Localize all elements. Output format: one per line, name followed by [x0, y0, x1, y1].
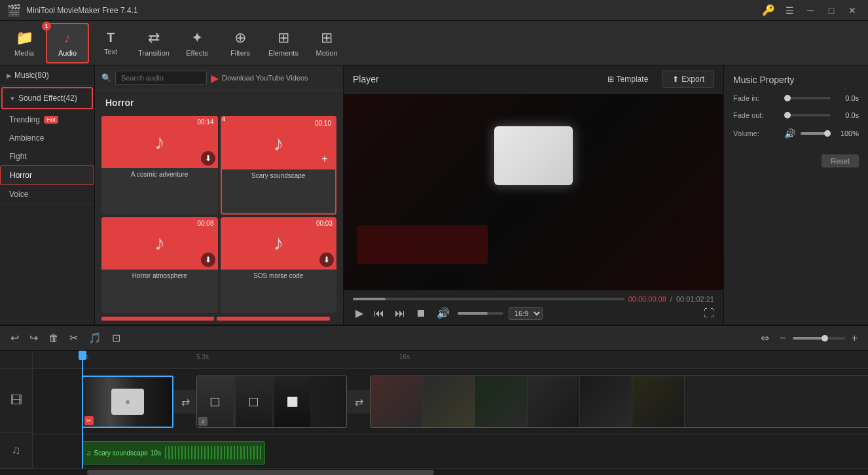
fullscreen-button[interactable]: ⛶: [704, 308, 714, 319]
scary-add-btn[interactable]: +: [317, 151, 333, 167]
maximize-button[interactable]: □: [822, 4, 841, 17]
sidebar-item-ambience[interactable]: Ambience: [0, 129, 94, 147]
reset-button[interactable]: Reset: [822, 154, 859, 167]
audio-card-sos[interactable]: ♪ 00:03 ⬇ SOS morse code: [221, 217, 337, 313]
volume-button[interactable]: 🔊: [434, 306, 452, 321]
redo-button[interactable]: ↪: [26, 329, 42, 347]
timeline-tools-left: ↩ ↪ 🗑 ✂ 🎵 ⊡: [7, 329, 124, 347]
music-section-header[interactable]: ▶ Music(80): [0, 65, 94, 85]
yt-download-btn[interactable]: ▶ Download YouTube Videos: [211, 72, 308, 84]
effects-button[interactable]: ✦ Effects: [175, 23, 219, 63]
fade-out-row: Fade out: 0.0s: [733, 111, 859, 119]
timeline-scrollbar[interactable]: [0, 468, 868, 475]
sidebar-item-trending[interactable]: Trending Hot: [0, 111, 94, 129]
search-input[interactable]: [115, 71, 207, 85]
clip3-f2: [423, 376, 475, 428]
text-button[interactable]: T Text: [89, 23, 132, 63]
cosmic-download-btn[interactable]: ⬇: [201, 151, 215, 166]
audio-card-cosmic[interactable]: ♪ 00:14 ⬇ A cosmic adventure: [101, 116, 218, 215]
elements-button[interactable]: ⊞ Elements: [262, 23, 305, 63]
total-time: 00:01:02:21: [676, 295, 714, 303]
zoom-out-button[interactable]: −: [776, 330, 789, 347]
fit-timeline-button[interactable]: ⇔: [757, 329, 773, 347]
template-label: Template: [617, 75, 649, 84]
delete-button[interactable]: 🗑: [45, 329, 63, 347]
close-button[interactable]: ✕: [843, 4, 861, 17]
yt-download-label: Download YouTube Videos: [222, 74, 308, 82]
play-button[interactable]: ▶: [353, 306, 366, 321]
titlebar-left: 🎬 MiniTool MovieMaker Free 7.4.1: [7, 3, 138, 18]
audio-track-icon: ♫: [12, 444, 21, 457]
template-button[interactable]: ⊞ Template: [598, 71, 658, 88]
zoom-in-button[interactable]: +: [848, 330, 861, 347]
filters-icon: ⊕: [234, 29, 246, 46]
audio-card-thumb-scary: ♪ 00:10 +: [222, 117, 336, 169]
clip1-thumb: ▪: [83, 377, 172, 427]
audio-split-button[interactable]: 🎵: [84, 329, 105, 347]
crop-button[interactable]: ⊡: [108, 329, 124, 347]
scary-label: Scary soundscape: [222, 169, 336, 182]
filters-tool-wrap: ⊕ Filters: [219, 23, 262, 63]
sidebar-item-horror[interactable]: Horror: [0, 166, 94, 185]
main-area: ▶ Music(80) ▼ Sound Effect(42) Trending …: [0, 65, 868, 325]
stop-button[interactable]: ⏹: [413, 306, 429, 321]
audio-label: Audio: [58, 49, 77, 57]
undo-button[interactable]: ↩: [7, 329, 23, 347]
audio-tool-wrap: ♪ Audio 1: [46, 23, 89, 63]
video-clip-1[interactable]: ▪ ✂: [82, 376, 173, 428]
filters-button[interactable]: ⊕ Filters: [219, 23, 262, 63]
playhead-top: [79, 351, 86, 360]
audio-card-horror-atm[interactable]: ♪ 00:08 ⬇ Horror atmosphere: [101, 217, 218, 313]
sos-download-btn[interactable]: ⬇: [319, 253, 334, 267]
cut-button[interactable]: ✂: [65, 329, 82, 347]
fade-out-thumb: [784, 112, 791, 118]
timeline: 🎞 ♫ 0s 5.3s 16s ▪: [0, 351, 868, 468]
audio-clip-scary[interactable]: ♫ Scary soundscape 10s: [82, 441, 265, 465]
titlebar: 🎬 MiniTool MovieMaker Free 7.4.1 🔑 ☰ ─ □…: [0, 0, 868, 21]
timeline-tools-right: ⇔ − +: [757, 329, 861, 347]
fade-in-slider[interactable]: [784, 97, 831, 99]
video-clip-2[interactable]: □ □ ⬜ ♪: [196, 376, 347, 428]
transition-button[interactable]: ⇄ Transition: [132, 23, 175, 63]
volume-fill: [458, 312, 488, 315]
fade-out-slider[interactable]: [784, 114, 831, 116]
volume-bar[interactable]: [458, 312, 503, 315]
zoom-slider[interactable]: [793, 337, 845, 340]
sidebar-item-fight[interactable]: Fight: [0, 147, 94, 166]
music-section-label: Music(80): [14, 71, 49, 80]
zoom-thumb: [822, 335, 828, 342]
menu-button[interactable]: ☰: [780, 4, 799, 17]
motion-button[interactable]: ⊞ Motion: [305, 23, 348, 63]
aspect-ratio-select[interactable]: 16:9 9:16 1:1: [509, 307, 543, 320]
export-button[interactable]: ⬆ Export: [662, 71, 714, 88]
media-button[interactable]: 📁 Media: [3, 23, 46, 63]
sound-effect-section-header[interactable]: ▼ Sound Effect(42): [1, 87, 93, 109]
export-label: Export: [681, 75, 704, 84]
music-icon: ♪: [154, 130, 165, 154]
audio-button[interactable]: ♪ Audio: [46, 23, 89, 63]
progress-bar[interactable]: [353, 298, 624, 300]
video-clip-3[interactable]: [370, 376, 868, 428]
volume-slider[interactable]: [801, 132, 831, 135]
timeline-area: ↩ ↪ 🗑 ✂ 🎵 ⊡ ⇔ − + 🎞 ♫: [0, 325, 868, 475]
clip3-frames: [371, 376, 685, 427]
audio-track-row: ♫ Scary soundscape 10s: [33, 434, 868, 468]
minimize-button[interactable]: ─: [801, 4, 820, 17]
prev-frame-button[interactable]: ⏮: [371, 306, 387, 321]
partial-waveform-2: [217, 317, 329, 321]
ambience-label: Ambience: [9, 133, 44, 143]
clip3-f4: [528, 376, 580, 428]
hot-badge: Hot: [44, 116, 58, 124]
transition-btn-1[interactable]: ⇄: [173, 390, 197, 413]
sidebar-item-voice[interactable]: Voice: [0, 185, 94, 203]
player-screen: ‹: [344, 94, 723, 290]
clip1-thumb-inner: ▪: [111, 389, 144, 415]
sos-label: SOS morse code: [221, 270, 337, 282]
next-frame-button[interactable]: ⏭: [392, 306, 408, 321]
horror-atm-download-btn[interactable]: ⬇: [201, 253, 215, 267]
transition-btn-2[interactable]: ⇄: [347, 390, 371, 413]
volume-row: Volume: 🔊 100%: [733, 128, 859, 139]
player-controls: 00:00:00:08 / 00:01:02:21 ▶ ⏮ ⏭ ⏹ 🔊 16:9…: [344, 290, 723, 325]
scrollbar-thumb[interactable]: [87, 470, 434, 475]
audio-card-scary[interactable]: ♪ 00:10 + Scary soundscape 4: [221, 116, 337, 215]
